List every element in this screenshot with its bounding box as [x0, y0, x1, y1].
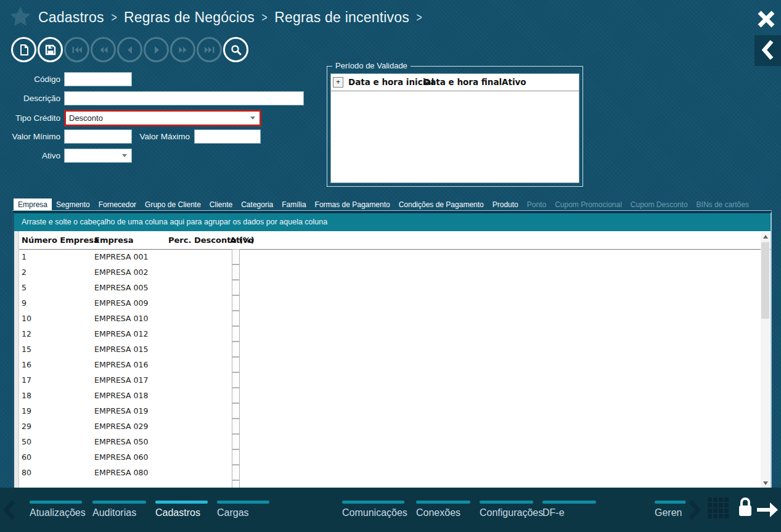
nav-item-accent-bar: [155, 501, 208, 504]
tab-empresa[interactable]: Empresa: [14, 198, 52, 210]
grid-header: Número Empresa Empresa Perc. Desconto (%…: [14, 231, 771, 250]
nav-item-label: DF-e: [542, 507, 596, 518]
breadcrumb-link[interactable]: Cadastros: [38, 9, 104, 26]
nav-item-geren[interactable]: Geren: [655, 501, 685, 518]
ativo-checkbox[interactable]: [232, 372, 240, 388]
ativo-checkbox[interactable]: [232, 264, 240, 280]
scrollbar-down-icon[interactable]: [761, 479, 770, 488]
ativo-checkbox[interactable]: [232, 388, 240, 403]
table-row[interactable]: 12 EMPRESA 012: [19, 326, 762, 342]
column-header-ativo[interactable]: Ativo: [230, 231, 253, 249]
ativo-checkbox[interactable]: [232, 480, 240, 488]
table-row[interactable]: 15 EMPRESA 015: [19, 342, 762, 357]
new-record-button[interactable]: [11, 37, 36, 62]
save-button[interactable]: [38, 37, 63, 62]
ativo-checkbox[interactable]: [232, 419, 240, 434]
tab-familia[interactable]: Família: [277, 198, 310, 210]
scrollbar-up-icon[interactable]: [761, 232, 770, 241]
table-row[interactable]: 18 EMPRESA 018: [19, 388, 762, 403]
tab-cliente[interactable]: Cliente: [205, 198, 237, 210]
codigo-input[interactable]: [64, 72, 132, 86]
chevron-right-icon: [687, 514, 701, 523]
ativo-checkbox[interactable]: [232, 295, 240, 311]
cell-numero-empresa: 5: [22, 280, 27, 295]
nav-item-cargas[interactable]: Cargas: [217, 501, 269, 518]
table-row[interactable]: 2 EMPRESA 002: [19, 264, 762, 280]
table-row[interactable]: 1 EMPRESA 001: [19, 249, 762, 264]
tab-segmento[interactable]: Segmento: [52, 198, 94, 210]
table-row[interactable]: 9 EMPRESA 009: [19, 295, 762, 311]
nav-item-configuracoes[interactable]: Configurações: [480, 501, 543, 518]
apps-grid-icon[interactable]: [708, 497, 729, 518]
add-period-button[interactable]: +: [333, 77, 343, 88]
cell-numero-empresa: 10: [22, 311, 31, 326]
nav-item-conexoes[interactable]: Conexões: [416, 501, 470, 518]
nav-item-comunicacoes[interactable]: Comunicações: [342, 501, 407, 518]
nav-item-df-e[interactable]: DF-e: [542, 501, 596, 518]
group-by-drop-zone[interactable]: Arraste e solte o cabeçalho de uma colun…: [14, 213, 771, 231]
search-button[interactable]: [223, 37, 248, 62]
cell-numero-empresa: 18: [22, 388, 31, 403]
valor-maximo-label: Valor Máximo: [134, 129, 190, 144]
ativo-checkbox[interactable]: [232, 357, 240, 372]
periodo-column-data-e-hora-inicial[interactable]: Data e hora inicial: [348, 74, 434, 91]
breadcrumb-link[interactable]: Regras de incentivos: [274, 9, 409, 26]
periodo-column-ativo[interactable]: Ativo: [502, 74, 526, 91]
ativo-checkbox[interactable]: [232, 326, 240, 342]
valor-minimo-input[interactable]: [64, 129, 132, 144]
favorite-star-icon[interactable]: [7, 5, 33, 32]
cell-numero-empresa: 17: [22, 372, 31, 388]
bottom-nav: Atualizações Auditorias Cadastros Cargas: [0, 488, 781, 532]
nav-item-cadastros[interactable]: Cadastros: [155, 501, 208, 518]
tipo-credito-combobox[interactable]: Desconto: [64, 110, 261, 126]
breadcrumb-item-regras-de-negocios: Regras de Negócios >: [124, 9, 274, 26]
nav-item-atualizacoes[interactable]: Atualizações: [30, 501, 86, 518]
descricao-input[interactable]: [64, 91, 304, 105]
tab-formas-de-pagamento[interactable]: Formas de Pagamento: [311, 198, 395, 210]
tab-condicoes-de-pagamento[interactable]: Condições de Pagamento: [395, 198, 488, 210]
lock-icon[interactable]: [736, 496, 754, 520]
tab-grupo-de-cliente[interactable]: Grupo de Cliente: [141, 198, 205, 210]
table-row[interactable]: 19 EMPRESA 019: [19, 403, 762, 419]
ativo-checkbox[interactable]: [232, 280, 240, 295]
table-row[interactable]: 5 EMPRESA 005: [19, 280, 762, 295]
codigo-label: Código: [0, 72, 60, 86]
table-row[interactable]: 60 EMPRESA 060: [19, 449, 762, 465]
nav-item-accent-bar: [542, 501, 596, 504]
ativo-checkbox[interactable]: [232, 249, 240, 264]
skip-first-icon: [71, 44, 83, 56]
collapse-panel-button[interactable]: [754, 35, 781, 66]
table-row[interactable]: 80 EMPRESA 080: [19, 465, 762, 480]
tab-categoria[interactable]: Categoria: [237, 198, 277, 210]
table-row-partial[interactable]: [19, 480, 762, 488]
ativo-checkbox[interactable]: [232, 342, 240, 357]
periodo-column-data-e-hora-final[interactable]: Data e hora final: [423, 74, 502, 91]
grid-body: 1 EMPRESA 001 2 EMPRESA 002 5 EMPRESA 00…: [19, 249, 762, 488]
ativo-combobox[interactable]: [64, 149, 132, 163]
forward-arrow-icon[interactable]: [756, 501, 779, 520]
nav-item-auditorias[interactable]: Auditorias: [92, 501, 146, 518]
tab-fornecedor[interactable]: Fornecedor: [94, 198, 141, 210]
scroll-nav-right-button[interactable]: [687, 499, 701, 523]
table-row[interactable]: 29 EMPRESA 029: [19, 419, 762, 434]
table-row[interactable]: 17 EMPRESA 017: [19, 372, 762, 388]
table-row[interactable]: 16 EMPRESA 016: [19, 357, 762, 372]
previous-record-button: [117, 37, 142, 62]
cell-empresa: EMPRESA 012: [94, 326, 148, 342]
scrollbar-thumb[interactable]: [761, 242, 769, 319]
vertical-scrollbar[interactable]: [761, 232, 770, 488]
table-row[interactable]: 50 EMPRESA 050: [19, 434, 762, 449]
ativo-checkbox[interactable]: [232, 449, 240, 465]
table-row[interactable]: 10 EMPRESA 010: [19, 311, 762, 326]
breadcrumb-link[interactable]: Regras de Negócios: [124, 9, 255, 26]
close-icon[interactable]: [756, 9, 777, 30]
column-header-empresa[interactable]: Empresa: [94, 231, 133, 249]
valor-maximo-input[interactable]: [194, 129, 261, 144]
ativo-checkbox[interactable]: [232, 403, 240, 419]
ativo-checkbox[interactable]: [232, 465, 240, 480]
chevron-left-icon: [761, 39, 775, 63]
tab-produto[interactable]: Produto: [488, 198, 523, 210]
ativo-checkbox[interactable]: [232, 311, 240, 326]
column-header-numero-empresa[interactable]: Número Empresa: [22, 231, 99, 249]
ativo-checkbox[interactable]: [232, 434, 240, 449]
